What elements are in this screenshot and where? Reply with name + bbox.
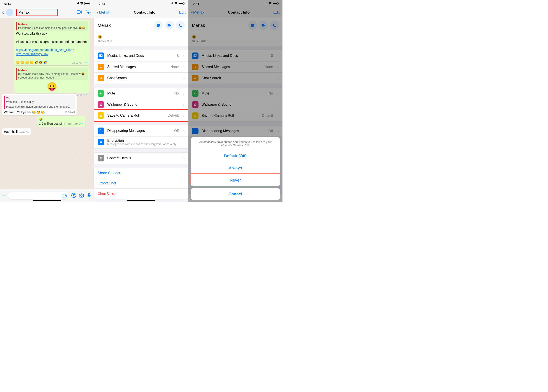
share-contact-button[interactable]: Share Contact: [94, 168, 188, 178]
message-out[interactable]: 🤣 1.9 million posts!!!!! 10:15 AM ✓✓: [37, 116, 85, 127]
wallpaper-row[interactable]: ✿ Wallpaper & Sound ›: [94, 99, 188, 110]
reply-strip: Mehak But maybe that's why they're hirin…: [16, 68, 88, 80]
message-input[interactable]: [8, 192, 69, 199]
chat-header: ‹ Mehak: [0, 7, 94, 18]
back-button[interactable]: ‹: [2, 9, 4, 16]
svg-point-13: [100, 157, 101, 158]
status-date: 16 Feb 2017: [98, 40, 185, 43]
option-always[interactable]: Always: [191, 162, 280, 174]
contact-info-header: ‹Mehak Contact Info Edit: [94, 7, 188, 18]
reply-text: Post karne k chakkar mein kuch bhi post …: [18, 26, 86, 30]
timestamp: 10:15 AM ✓✓: [68, 122, 84, 126]
svg-rect-12: [100, 142, 102, 143]
timestamp: 10:17 AM: [19, 130, 29, 133]
row-value: None: [171, 65, 179, 69]
timestamp: 10:13 AM: [65, 111, 75, 114]
read-tick-icon: ✓✓: [83, 93, 88, 96]
save-highlight: Save to Camera Roll Default ›: [94, 109, 188, 122]
timestamp: 10:12 AM ✓✓: [72, 61, 88, 65]
signal-icon: .ıl: [171, 2, 173, 5]
row-label: Save to Camera Roll: [107, 113, 164, 118]
back-button[interactable]: ‹Mehak: [97, 9, 110, 15]
contact-name: Mehak: [98, 23, 154, 28]
option-default[interactable]: Default (Off): [191, 150, 280, 162]
svg-rect-7: [167, 24, 170, 27]
emoji-row: 🤣: [39, 118, 84, 122]
svg-point-5: [81, 195, 83, 196]
read-tick-icon: ✓✓: [79, 122, 84, 126]
message-text: 1.9 million posts!!!!!: [39, 122, 65, 125]
row-label: Mute: [107, 91, 171, 95]
save-row[interactable]: Save to Camera Roll Default ›: [94, 110, 188, 121]
edit-button[interactable]: Edit: [179, 10, 185, 15]
row-value: No: [174, 91, 179, 95]
media-row[interactable]: Media, Links, and Docs 8 ›: [94, 50, 188, 61]
clear-chat-button[interactable]: Clear Chat: [94, 188, 188, 199]
wifi-icon: [80, 2, 83, 6]
search-row[interactable]: Chat Search ›: [94, 72, 188, 84]
chevron-icon: ›: [183, 53, 185, 58]
row-value: 8: [177, 54, 179, 58]
lock-icon: [98, 139, 104, 145]
emoji-big: 😛: [16, 81, 88, 92]
contact-name-highlight[interactable]: Mehak: [16, 9, 57, 16]
svg-rect-0: [77, 11, 80, 13]
read-tick-icon: ✓✓: [83, 61, 88, 64]
cancel-button[interactable]: Cancel: [191, 188, 280, 200]
message-icon[interactable]: [154, 21, 163, 30]
battery-icon: [84, 2, 90, 5]
sheet-message: Automatically save photos and videos you…: [191, 137, 280, 150]
option-never[interactable]: Never: [191, 174, 280, 186]
emoji-row: 😀 😀 😀 😀 🤣 🤣 🤣: [16, 61, 47, 64]
home-indicator[interactable]: [127, 200, 155, 201]
details-row[interactable]: Contact Details ›: [94, 153, 188, 164]
message-in[interactable]: You Wohi too. Like thia guy. Please see …: [2, 94, 77, 115]
action-sheet: Automatically save photos and videos you…: [191, 137, 280, 200]
status-row[interactable]: 😊 16 Feb 2017: [94, 33, 188, 46]
details-group: Contact Details ›: [94, 153, 188, 164]
row-subtitle: Messages and calls are end-to-end encryp…: [107, 143, 185, 146]
video-call-icon[interactable]: [76, 9, 82, 16]
chevron-icon: ›: [183, 113, 185, 118]
row-value: Off: [174, 129, 179, 133]
payment-icon[interactable]: ₹: [71, 193, 76, 199]
svg-text:₹: ₹: [73, 194, 75, 197]
status-time: 9:41: [4, 2, 11, 6]
svg-point-9: [100, 55, 101, 56]
reply-strip: Mehak Post karne k chakkar mein kuch bhi…: [16, 21, 88, 31]
link[interactable]: https://instagram.com/mathias_best_clips…: [16, 48, 74, 56]
attach-icon[interactable]: +: [2, 192, 6, 199]
battery-icon: [178, 2, 184, 5]
mic-icon[interactable]: [86, 193, 92, 199]
chat-screen: 9:41 .ıl ‹ Mehak Mehak Post karne: [0, 0, 94, 202]
message-out[interactable]: Mehak Post karne k chakkar mein kuch bhi…: [14, 20, 90, 65]
status-time: 9:41: [99, 2, 105, 6]
mute-row[interactable]: Mute No ›: [94, 88, 188, 99]
disappearing-row[interactable]: Disappearing Messages Off ›: [94, 125, 188, 136]
message-out[interactable]: Mehak But maybe that's why they're hirin…: [14, 66, 90, 93]
row-value: Default: [168, 113, 179, 118]
row-label: Wallpaper & Sound: [107, 103, 179, 106]
status-bar: 9:41 .ıl: [94, 0, 188, 7]
message-in[interactable]: Hadh haiii 10:17 AM: [2, 128, 31, 135]
message-text: Wohi too. Like thia guy.: [16, 31, 88, 36]
phone-icon[interactable]: [176, 21, 185, 30]
action-sheet-screen: 9:41 .ıl ‹Mehak Contact Info Edit Mehak …: [188, 0, 283, 202]
video-icon[interactable]: [165, 21, 174, 30]
camera-icon[interactable]: [78, 193, 84, 199]
status-right: .ıl: [171, 2, 184, 6]
chevron-icon: ›: [183, 128, 185, 133]
home-indicator[interactable]: [33, 200, 61, 201]
chat-body[interactable]: Mehak Post karne k chakkar mein kuch bhi…: [0, 18, 94, 186]
row-label: Encryption: [107, 139, 185, 143]
export-chat-button[interactable]: Export Chat: [94, 178, 188, 188]
contact-info-screen: 9:41 .ıl ‹Mehak Contact Info Edit Mehak …: [94, 0, 188, 202]
encryption-row[interactable]: Encryption Messages and calls are end-to…: [94, 136, 188, 148]
avatar[interactable]: [6, 9, 13, 16]
sticker-icon[interactable]: [62, 194, 67, 199]
chevron-icon: ›: [183, 64, 185, 70]
status-emoji: 😊: [98, 35, 185, 39]
chevron-icon: ›: [183, 102, 185, 107]
starred-row[interactable]: ★ Starred Messages None ›: [94, 61, 188, 72]
voice-call-icon[interactable]: [86, 9, 92, 16]
